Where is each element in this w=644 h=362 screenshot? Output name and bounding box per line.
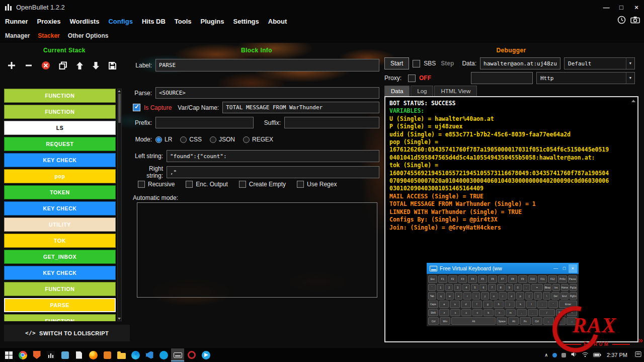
keyboard-key[interactable]: j <box>505 301 515 308</box>
parse-source-input[interactable] <box>155 87 379 99</box>
mode-radio-option[interactable]: CSS <box>180 136 202 143</box>
keyboard-key[interactable]: 8 <box>497 284 505 292</box>
start-button[interactable]: Start <box>384 57 409 69</box>
keyboard-key[interactable]: q <box>437 292 445 300</box>
keyboard-key[interactable]: ` <box>428 284 436 292</box>
keyboard-key[interactable]: Alt <box>451 317 496 325</box>
debugger-tab[interactable]: Data <box>384 86 410 96</box>
menu-item[interactable]: Runner <box>5 18 28 25</box>
move-down-icon[interactable] <box>92 61 100 70</box>
parse-option-checkbox[interactable]: Use Regex <box>297 181 337 188</box>
menu-item[interactable]: About <box>268 18 287 25</box>
keyboard-key[interactable]: v <box>472 309 482 317</box>
keyboard-key[interactable]: F1 <box>438 275 447 283</box>
firefox-icon[interactable] <box>87 348 100 361</box>
stack-scrollbar[interactable] <box>117 89 122 321</box>
clear-stack-icon[interactable] <box>41 61 50 70</box>
keyboard-key[interactable]: F7 <box>498 275 507 283</box>
stack-block[interactable]: LS <box>4 121 116 135</box>
scroll-up-icon[interactable] <box>118 90 121 92</box>
keyboard-key[interactable]: F2 <box>448 275 457 283</box>
keyboard-key[interactable]: b <box>484 309 494 317</box>
scroll-down-icon[interactable] <box>118 318 121 320</box>
notepad-icon[interactable] <box>72 348 86 361</box>
stack-block[interactable]: pop <box>4 169 116 183</box>
keyboard-key[interactable]: 4 <box>462 284 470 292</box>
file-explorer-icon[interactable] <box>115 348 128 361</box>
suffix-input[interactable] <box>284 117 379 128</box>
scroll-thumb[interactable] <box>118 94 121 123</box>
start-button[interactable] <box>2 348 15 361</box>
keyboard-key[interactable]: e <box>455 292 463 300</box>
keyboard-key[interactable]: u <box>490 292 498 300</box>
parse-option-checkbox[interactable]: Recursive <box>138 181 175 188</box>
keyboard-key[interactable]: = <box>531 284 543 292</box>
stack-block[interactable]: PARSE <box>4 298 116 312</box>
add-block-icon[interactable] <box>7 61 16 70</box>
keyboard-key[interactable]: 6 <box>479 284 487 292</box>
mode-radio-option[interactable]: JSON <box>210 136 235 143</box>
stack-block[interactable]: FUNCTION <box>4 105 116 119</box>
keyboard-key[interactable]: Caps <box>428 301 438 308</box>
keyboard-key[interactable]: ' <box>548 301 558 308</box>
keyboard-key[interactable]: k <box>516 301 526 308</box>
vkb-minimize-button[interactable]: — <box>551 264 560 273</box>
keyboard-key[interactable]: m <box>506 309 516 317</box>
openbullet-taskbar-icon[interactable] <box>44 348 57 361</box>
keyboard-key[interactable]: Win <box>440 317 450 325</box>
keyboard-key[interactable]: , <box>517 309 527 317</box>
keyboard-key[interactable]: g <box>483 301 493 308</box>
vkb-close-button[interactable]: × <box>569 264 577 273</box>
keyboard-key[interactable]: Ctrl <box>532 317 542 325</box>
vkb-maximize-button[interactable]: □ <box>560 264 569 273</box>
keyboard-key[interactable]: F12 <box>548 275 557 283</box>
proxy-type-dropdown[interactable]: Http <box>536 72 635 84</box>
switch-to-loliscript-button[interactable]: </> SWITCH TO LOLISCRIPT <box>4 325 130 341</box>
keyboard-key[interactable]: \ <box>543 292 551 300</box>
stack-block[interactable]: FUNCTION <box>4 89 116 103</box>
log-scroll-up-icon[interactable] <box>631 100 635 102</box>
keyboard-key[interactable]: ↓ <box>555 317 566 325</box>
keyboard-key[interactable]: 5 <box>471 284 478 292</box>
debugger-tab[interactable]: Log <box>411 86 433 96</box>
minimize-button[interactable]: — <box>599 0 614 14</box>
brave-icon[interactable] <box>30 348 43 361</box>
keyboard-key[interactable]: ; <box>537 301 547 308</box>
keyboard-key[interactable]: c <box>461 309 471 317</box>
keyboard-key[interactable]: 3 <box>454 284 461 292</box>
parse-option-checkbox[interactable]: Create Empty <box>239 181 286 188</box>
taskbar-clock[interactable]: 2:37 PM <box>607 352 627 358</box>
right-string-input[interactable] <box>167 166 379 178</box>
keyboard-key[interactable]: 7 <box>488 284 496 292</box>
keyboard-key[interactable]: w <box>446 292 454 300</box>
stack-block[interactable]: KEY CHECK <box>4 153 116 167</box>
stack-block[interactable]: FUNCTION <box>4 282 116 296</box>
keyboard-key[interactable]: r <box>463 292 471 300</box>
chrome-icon[interactable] <box>16 348 29 361</box>
keyboard-key[interactable]: d <box>461 301 471 308</box>
varcap-name-input[interactable] <box>222 102 379 113</box>
keyboard-key[interactable]: o <box>508 292 516 300</box>
keyboard-key[interactable]: Enter <box>559 301 577 308</box>
keyboard-key[interactable]: t <box>472 292 480 300</box>
save-config-icon[interactable] <box>108 61 117 70</box>
keyboard-key[interactable]: F9 <box>518 275 527 283</box>
keyboard-key[interactable]: x <box>450 309 460 317</box>
keyboard-key[interactable]: y <box>481 292 489 300</box>
keyboard-key[interactable]: n <box>495 309 505 317</box>
keyboard-key[interactable]: a <box>439 301 449 308</box>
automatic-mode-textarea[interactable] <box>137 202 377 298</box>
stack-block[interactable]: GET_INBOX <box>4 250 116 264</box>
menu-item[interactable]: Settings <box>233 18 259 25</box>
keyboard-key[interactable]: ] <box>534 292 542 300</box>
mode-radio-option[interactable]: REGEX <box>243 136 273 143</box>
keyboard-key[interactable]: ↑ <box>567 309 577 317</box>
keyboard-key[interactable]: Esc <box>428 275 437 283</box>
tray-app-blue-icon[interactable] <box>552 353 557 357</box>
keyboard-key[interactable]: Tab <box>428 292 436 300</box>
submenu-item[interactable]: Other Options <box>68 32 109 39</box>
sbs-checkbox[interactable] <box>413 60 420 67</box>
keyboard-key[interactable]: z <box>439 309 449 317</box>
submenu-item[interactable]: Stacker <box>38 32 59 39</box>
block-label-input[interactable] <box>155 59 379 71</box>
